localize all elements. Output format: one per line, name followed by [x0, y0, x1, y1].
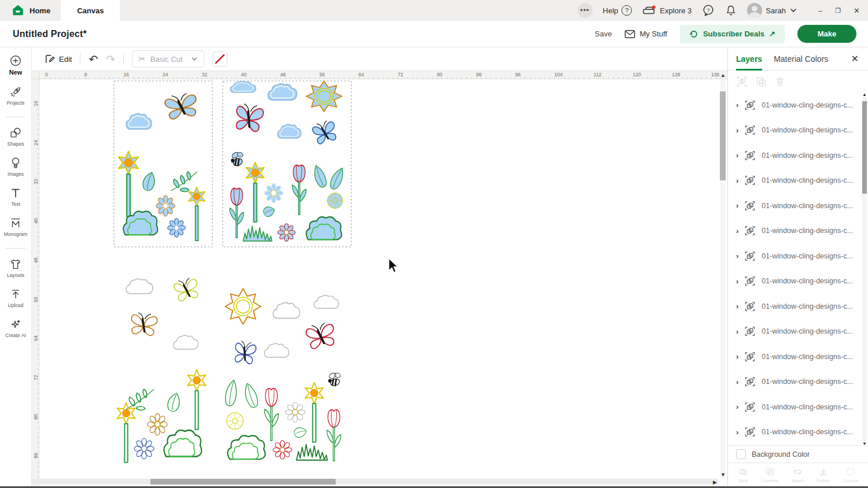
tool-combine[interactable]: Combine: [761, 467, 778, 488]
background-color-checkbox[interactable]: [736, 449, 746, 459]
tab-material-colors[interactable]: Material Colors: [774, 47, 828, 71]
design-shape-sun[interactable]: [306, 81, 341, 112]
design-shape-leaf[interactable]: [293, 426, 308, 439]
layer-expand-chevron-icon[interactable]: ›: [736, 101, 738, 109]
tool-flatten[interactable]: Flatten: [816, 467, 830, 488]
layer-row[interactable]: › 01-window-cling-designs-c...: [728, 294, 868, 319]
design-shape-daffodil[interactable]: [117, 403, 135, 463]
duplicate-action-icon[interactable]: [755, 76, 767, 87]
design-shape-wheel[interactable]: [328, 193, 343, 209]
design-shape-daffodil[interactable]: [305, 383, 323, 442]
design-shape-daisy[interactable]: [285, 402, 305, 422]
layer-row[interactable]: › 01-window-cling-designs-c...: [728, 93, 868, 118]
design-shape-daisy[interactable]: [273, 441, 292, 459]
vscroll-up-arrow[interactable]: ▲: [720, 72, 726, 78]
design-shape-leaf[interactable]: [224, 379, 239, 406]
layer-expand-chevron-icon[interactable]: ›: [736, 252, 738, 260]
layer-expand-chevron-icon[interactable]: ›: [736, 302, 738, 310]
tool-contour[interactable]: Contour: [843, 467, 858, 488]
make-button[interactable]: Make: [797, 25, 856, 43]
sidebar-item-new[interactable]: New: [0, 54, 31, 76]
linetype-dropdown[interactable]: ✂ Basic Cut: [132, 50, 204, 68]
sidebar-item-create-ai[interactable]: Create AI: [0, 318, 31, 338]
layer-expand-chevron-icon[interactable]: ›: [736, 402, 738, 411]
window-close-button[interactable]: ✕: [854, 6, 860, 15]
layer-row[interactable]: › 01-window-cling-designs-c...: [728, 344, 868, 369]
design-shape-tulip[interactable]: [264, 389, 278, 441]
design-shape-tulip[interactable]: [327, 410, 341, 461]
tool-slice[interactable]: Slice: [738, 467, 748, 488]
hscroll-right-arrow[interactable]: ▶: [713, 479, 717, 485]
canvas-tab[interactable]: Canvas: [61, 0, 120, 21]
design-shape-cloud[interactable]: [174, 335, 198, 349]
account-menu[interactable]: Sarah: [747, 3, 797, 18]
home-tab[interactable]: Home: [0, 4, 61, 17]
design-shape-sun[interactable]: [225, 289, 260, 324]
layer-expand-chevron-icon[interactable]: ›: [736, 176, 738, 185]
layer-row[interactable]: › 01-window-cling-designs-c...: [728, 319, 868, 345]
layer-expand-chevron-icon[interactable]: ›: [736, 428, 738, 437]
layers-scroll-up-arrow[interactable]: ▲: [862, 93, 867, 97]
horizontal-scrollbar-thumb[interactable]: [150, 479, 336, 485]
design-shape-daffodil[interactable]: [187, 370, 205, 430]
design-shape-wheel[interactable]: [227, 413, 244, 430]
sidebar-item-projects[interactable]: Projects: [0, 86, 31, 106]
layer-row[interactable]: › 01-window-cling-designs-c...: [728, 369, 868, 395]
design-shape-cloud[interactable]: [314, 295, 339, 309]
redo-button[interactable]: ↷: [106, 53, 115, 66]
sidebar-item-shapes[interactable]: Shapes: [0, 127, 31, 147]
layer-row[interactable]: › 01-window-cling-designs-c...: [728, 420, 868, 445]
design-shape-butterfly[interactable]: [305, 321, 336, 349]
layer-expand-chevron-icon[interactable]: ›: [736, 151, 738, 160]
design-shape-daisy[interactable]: [134, 438, 154, 459]
design-shape-bush[interactable]: [227, 435, 265, 459]
edit-button[interactable]: Edit: [45, 54, 72, 64]
layer-row[interactable]: › 01-window-cling-designs-c...: [728, 118, 868, 143]
layer-row[interactable]: › 01-window-cling-designs-c...: [728, 243, 868, 269]
layers-scroll-down-arrow[interactable]: ▼: [862, 441, 867, 445]
design-shape-branch[interactable]: [126, 389, 153, 410]
design-shape-bush[interactable]: [164, 430, 201, 457]
layer-row[interactable]: › 01-window-cling-designs-c...: [728, 193, 868, 219]
layer-row[interactable]: › 01-window-cling-designs-c...: [728, 269, 868, 294]
design-shape-bee[interactable]: [328, 372, 341, 386]
vertical-scrollbar-thumb[interactable]: [720, 91, 726, 180]
layers-scrollbar-thumb[interactable]: [862, 101, 867, 194]
design-shape-butterfly[interactable]: [173, 277, 200, 302]
layer-expand-chevron-icon[interactable]: ›: [736, 327, 738, 336]
sidebar-item-text[interactable]: Text: [0, 187, 31, 207]
group-action-icon[interactable]: [736, 76, 748, 87]
layer-row[interactable]: › 01-window-cling-designs-c...: [728, 219, 868, 244]
feedback-chat-icon[interactable]: ?: [702, 4, 715, 17]
sidebar-item-upload[interactable]: Upload: [0, 288, 31, 308]
vscroll-down-arrow[interactable]: ▼: [720, 472, 726, 478]
design-shape-leaf[interactable]: [242, 382, 259, 409]
design-shape-cloud[interactable]: [126, 279, 153, 294]
layer-row[interactable]: › 01-window-cling-designs-c...: [728, 394, 868, 420]
subscriber-deals-button[interactable]: Subscriber Deals ↗: [680, 25, 785, 43]
sidebar-item-layouts[interactable]: Layouts: [0, 258, 31, 278]
layer-expand-chevron-icon[interactable]: ›: [736, 126, 738, 135]
explore-machine-button[interactable]: Explore 3: [642, 4, 692, 17]
layer-expand-chevron-icon[interactable]: ›: [736, 378, 738, 386]
window-minimize-button[interactable]: –: [818, 6, 822, 15]
design-canvas[interactable]: [32, 71, 727, 479]
tool-attach[interactable]: Attach: [792, 467, 804, 488]
more-options-button[interactable]: •••: [578, 3, 593, 18]
sidebar-item-monogram[interactable]: Monogram: [0, 217, 31, 237]
design-shape-daisy[interactable]: [148, 413, 167, 435]
panel-close-button[interactable]: ✕: [851, 53, 859, 64]
horizontal-scrollbar-track[interactable]: [32, 479, 718, 485]
pen-color-swatch[interactable]: [212, 51, 227, 66]
design-shape-butterfly[interactable]: [233, 340, 257, 365]
save-button[interactable]: Save: [595, 29, 612, 38]
design-shape-leaf[interactable]: [166, 391, 182, 412]
my-stuff-button[interactable]: My Stuff: [624, 29, 667, 39]
layer-expand-chevron-icon[interactable]: ›: [736, 201, 738, 210]
sidebar-item-images[interactable]: Images: [0, 157, 31, 177]
layer-expand-chevron-icon[interactable]: ›: [736, 352, 738, 361]
design-shape-cloud[interactable]: [273, 302, 300, 318]
design-shape-cloud[interactable]: [264, 343, 289, 357]
layer-expand-chevron-icon[interactable]: ›: [736, 227, 738, 235]
delete-action-icon[interactable]: [774, 76, 786, 87]
